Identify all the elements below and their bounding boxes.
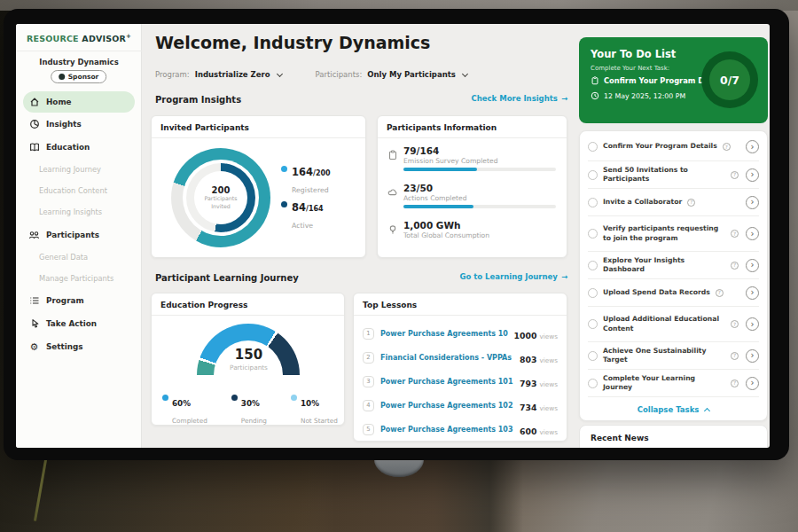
rank-badge: 1 <box>363 328 374 340</box>
lesson-row: 4 Power Purchase Agreements 102 734views <box>363 394 558 417</box>
sidebar: RESOURCE ADVISOR+ Industry Dynamics Spon… <box>16 24 142 448</box>
chevron-right-button[interactable]: › <box>746 168 759 182</box>
info-icon[interactable]: ? <box>731 230 739 238</box>
info-icon[interactable]: ? <box>731 379 739 387</box>
chevron-down-icon[interactable] <box>276 70 282 76</box>
legend-dot <box>281 201 287 207</box>
chevron-right-button[interactable]: › <box>746 286 759 300</box>
people-icon <box>28 229 40 240</box>
cloud-icon <box>387 187 398 198</box>
task-row[interactable]: Complete Your Learning Journey ? › <box>588 369 759 396</box>
todo-header-card: Your To Do List Complete Your Next Task:… <box>579 37 768 123</box>
go-to-learning-journey-link[interactable]: Go to Learning Journey → <box>459 272 567 281</box>
todo-task-list: Confirm Your Program Details ? › Send 50… <box>579 130 768 421</box>
book-icon <box>28 142 40 153</box>
info-icon[interactable]: ? <box>731 171 739 179</box>
task-checkbox[interactable] <box>588 319 598 329</box>
clipboard-icon <box>591 76 599 85</box>
task-row[interactable]: Send 50 Invitations to Participants ? › <box>588 160 759 188</box>
donut-center-value: 200 <box>212 185 231 195</box>
info-icon[interactable]: ? <box>731 352 739 360</box>
task-row[interactable]: Confirm Your Program Details ? › <box>588 133 759 160</box>
sidebar-item-take-action[interactable]: Take Action <box>16 312 142 335</box>
lesson-link[interactable]: Power Purchase Agreements 101 <box>380 378 513 386</box>
participants-filter-dropdown[interactable]: Only My Participants <box>367 70 456 79</box>
task-row[interactable]: Achieve One Sustainability Target ? › <box>588 341 759 369</box>
actions-label: Actions Completed <box>403 194 467 202</box>
task-checkbox[interactable] <box>588 288 598 298</box>
desk-scene: RESOURCE ADVISOR+ Industry Dynamics Spon… <box>0 0 798 532</box>
sidebar-item-manage-participants[interactable]: Manage Participants <box>16 268 142 289</box>
collapse-tasks-link[interactable]: Collapse Tasks <box>588 396 759 422</box>
survey-value: 79/164 <box>403 145 439 156</box>
chevron-right-button[interactable]: › <box>746 227 759 240</box>
sidebar-item-label: Education Content <box>39 186 107 195</box>
rank-badge: 4 <box>363 400 374 411</box>
sidebar-item-participants[interactable]: Participants <box>16 223 142 246</box>
task-checkbox[interactable] <box>588 170 598 180</box>
org-name: Industry Dynamics <box>16 58 142 66</box>
card-title: Participants Information <box>378 116 567 138</box>
program-filter-dropdown[interactable]: Industrialize Zero <box>195 70 270 79</box>
sidebar-item-settings[interactable]: ⚙ Settings <box>16 335 142 358</box>
task-checkbox[interactable] <box>588 351 598 361</box>
chevron-right-button[interactable]: › <box>746 377 759 390</box>
chevron-right-button[interactable]: › <box>746 259 759 272</box>
sidebar-item-learning-insights[interactable]: Learning Insights <box>16 201 142 223</box>
monitor-bezel: RESOURCE ADVISOR+ Industry Dynamics Spon… <box>4 9 789 460</box>
info-icon[interactable]: ? <box>716 289 724 297</box>
task-row[interactable]: Upload Spend Data Records ? › <box>588 278 759 306</box>
card-title: Invited Participants <box>152 116 365 138</box>
sidebar-item-insights[interactable]: Insights <box>16 113 142 136</box>
chevron-right-button[interactable]: › <box>746 196 759 209</box>
chevron-down-icon[interactable] <box>462 70 468 76</box>
legend-not-started: 10%Not Started <box>291 393 338 426</box>
info-icon[interactable]: ? <box>731 320 739 328</box>
hand-pointer-icon <box>28 318 40 330</box>
gear-icon: ⚙ <box>28 341 40 353</box>
lesson-link[interactable]: Financial Considerations - VPPAs <box>380 354 513 362</box>
lesson-link[interactable]: Power Purchase Agreements 102 <box>380 402 513 410</box>
sidebar-item-education[interactable]: Education <box>16 136 142 159</box>
sidebar-item-label: General Data <box>39 253 88 262</box>
chevron-right-button[interactable]: › <box>746 349 759 363</box>
info-icon[interactable]: ? <box>731 262 739 270</box>
task-row[interactable]: Explore Your Insights Dashboard ? › <box>588 251 759 278</box>
sidebar-item-program[interactable]: Program <box>16 289 142 312</box>
sidebar-item-label: Learning Journey <box>39 165 101 174</box>
sidebar-item-label: Participants <box>46 231 99 239</box>
info-icon[interactable]: ? <box>687 199 695 207</box>
task-checkbox[interactable] <box>588 229 598 239</box>
legend-dot <box>281 166 287 172</box>
sponsor-label: Sponsor <box>68 73 99 81</box>
task-checkbox[interactable] <box>588 261 598 270</box>
todo-datetime: 12 May 2025, 12:00 PM <box>591 91 685 100</box>
page-title: Welcome, Industry Dynamics <box>155 33 430 52</box>
logo-word-advisor: ADVISOR <box>82 34 126 43</box>
task-checkbox[interactable] <box>588 142 598 152</box>
plant-stem <box>34 459 47 520</box>
sidebar-item-general-data[interactable]: General Data <box>16 246 142 268</box>
task-checkbox[interactable] <box>588 379 598 388</box>
card-title: Education Progress <box>152 293 344 316</box>
clipboard-icon <box>387 150 398 160</box>
legend-active: 84/164 Active <box>281 198 324 231</box>
info-icon[interactable]: ? <box>723 143 731 151</box>
dashboard-screen: RESOURCE ADVISOR+ Industry Dynamics Spon… <box>16 24 770 448</box>
chevron-right-button[interactable]: › <box>746 140 759 153</box>
task-checkbox[interactable] <box>588 198 598 207</box>
lesson-link[interactable]: Power Purchase Agreements 101 <box>380 330 508 338</box>
lesson-link[interactable]: Power Purchase Agreements 103 <box>380 426 513 434</box>
task-row[interactable]: Upload Additional Educational Content ? … <box>588 306 759 341</box>
gauge-legend: 60%Completed 30%Pending 10%Not Started <box>162 393 338 426</box>
check-more-insights-link[interactable]: Check More Insights → <box>472 94 568 103</box>
chevron-right-button[interactable]: › <box>746 317 759 331</box>
sidebar-item-education-content[interactable]: Education Content <box>16 180 142 201</box>
sidebar-item-learning-journey[interactable]: Learning Journey <box>16 159 142 180</box>
rank-badge: 2 <box>363 352 374 364</box>
task-row[interactable]: Verify participants requesting to join t… <box>588 215 759 251</box>
legend-dot <box>291 395 297 401</box>
sidebar-item-home[interactable]: Home <box>23 91 135 113</box>
todo-progress-value: 0/7 <box>720 74 739 87</box>
task-row[interactable]: Invite a Collaborator ? › <box>588 188 759 215</box>
